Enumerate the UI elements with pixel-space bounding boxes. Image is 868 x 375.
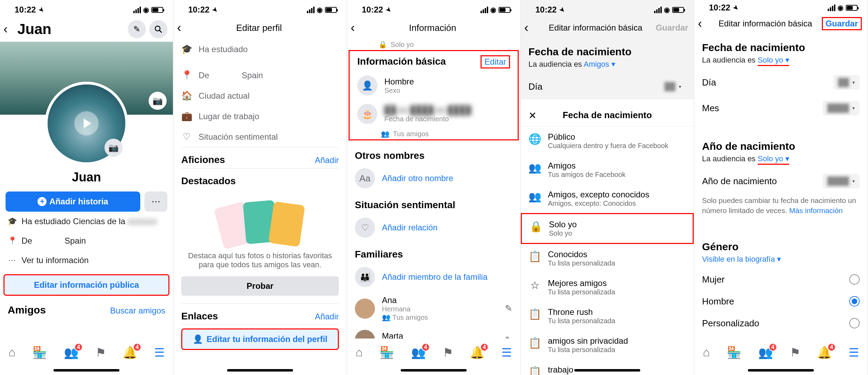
tab-groups[interactable]: 👥4 [758,345,773,359]
audience-option-globe[interactable]: 🌐 PúblicoCualquiera dentro y fuera de Fa… [521,127,694,155]
friends-icon: 👥 [381,130,390,138]
tab-home[interactable]: ⌂ [356,345,363,359]
try-button[interactable]: Probar [181,276,339,296]
search-icon-button[interactable] [149,20,167,38]
field-month[interactable]: Mes████▾ [694,95,867,121]
edit-profile-info-button[interactable]: 👤 Editar tu información del perfil [181,328,339,350]
back-button[interactable]: ‹ [3,23,15,35]
audience-option-friends-except[interactable]: 👥 Amigos, excepto conocidosAmigos, excep… [521,184,694,213]
find-friends-link[interactable]: Buscar amigos [110,306,165,316]
audience-option-list[interactable]: 📋 ConocidosTu lista personalizada [521,244,694,273]
row-city[interactable]: 🏠Ciudad actual [174,85,347,106]
edit-basic-info-link[interactable]: Editar [481,55,510,68]
gender-visible-bio[interactable]: Visible en la biografía ▾ [694,254,867,269]
status-icons: ◉ [133,6,163,14]
bday-note: Solo puedes cambiar tu fecha de nacimien… [694,194,867,221]
from-row: 📍 De Spain [0,231,173,251]
education-row: 🎓 Ha estudiado Ciencias de la xxxxxxx [0,212,173,231]
tab-menu[interactable]: ☰ [849,345,859,359]
add-hobbies-link[interactable]: Añadir [315,155,339,165]
page-title: Editar perfil [188,23,330,33]
audience-friends: 👥Tus amigos [350,128,518,139]
tab-groups[interactable]: 👥4 [411,345,426,359]
audience-option-list[interactable]: 📋 trabajoTu lista personalizada [521,359,694,375]
tab-marketplace[interactable]: 🏪 [379,345,394,359]
tab-home[interactable]: ⌂ [703,345,710,359]
audience-option-list[interactable]: 📋 Throne rushTu lista personalizada [521,302,694,331]
gender-custom[interactable]: Personalizado [694,312,867,334]
list-icon: 📋 [528,366,541,375]
gender-male[interactable]: Hombre [694,291,867,312]
gender-heading: Género [694,234,867,254]
profile-title: Juan [17,21,128,38]
add-other-name[interactable]: Aa Añadir otro nombre [347,164,520,193]
family-member-1: Ana Hermana 👥 Tus amigos ✎ [347,291,520,326]
save-button[interactable]: Guardar [822,17,862,30]
profile-avatar[interactable]: 📷 [45,82,128,165]
list-icon: 📋 [528,308,541,320]
row-from[interactable]: 📍De Spain [174,65,347,85]
tab-notifications[interactable]: 🔔4 [123,345,137,359]
byear-audience[interactable]: La audiencia es Solo yo ▾ [694,154,867,168]
status-time: 10:22 [15,5,36,15]
tab-pages[interactable]: ⚑ [95,345,106,359]
audience-option-lock[interactable]: 🔒 Solo yoSolo yo [521,213,694,244]
friends-except-icon: 👥 [528,190,541,203]
hearts-icon: ♡ [355,218,375,238]
location-pin-icon: 📍 [181,70,192,81]
tab-notifications[interactable]: 🔔4 [817,345,832,359]
list-icon: 📋 [528,250,541,262]
avatar-camera-button[interactable]: 📷 [105,139,123,157]
tab-marketplace[interactable]: 🏪 [32,345,47,359]
audience-option-list[interactable]: 📋 amigos sin privacidadTu lista personal… [521,331,694,359]
add-links-link[interactable]: Añadir [315,312,339,321]
grad-cap-icon: 🎓 [8,217,17,226]
tab-home[interactable]: ⌂ [8,345,16,359]
featured-illustration [174,193,347,248]
tab-marketplace[interactable]: 🏪 [727,345,741,359]
field-byear[interactable]: Año de nacimiento████▾ [694,168,867,194]
row-education[interactable]: 🎓Ha estudiado [174,39,347,59]
featured-text: Destaca aquí tus fotos o historias favor… [174,248,347,276]
audience-line[interactable]: La audiencia es Amigos ▾ [521,59,694,74]
more-info-link[interactable]: Más información [789,206,843,214]
ellipsis-icon: ⋯ [8,256,17,265]
more-button[interactable]: ⋯ [144,191,167,212]
location-icon: ➤ [36,5,47,15]
edit-icon-button[interactable]: ✎ [128,20,146,38]
add-relationship[interactable]: ♡ Añadir relación [347,213,520,242]
tab-pages[interactable]: ⚑ [790,345,800,359]
tab-groups[interactable]: 👥4 [64,345,78,359]
bday-audience[interactable]: La audiencia es Solo yo ▾ [694,55,867,70]
edit-family-1[interactable]: ✎ [505,303,512,314]
field-day[interactable]: Día ██▾ [521,74,694,99]
audience-option-star[interactable]: ☆ Mejores amigosTu lista personalizada [521,273,694,302]
row-work[interactable]: 💼Lugar de trabajo [174,106,347,127]
close-sheet-button[interactable]: ✕ [528,110,536,121]
back-button[interactable]: ‹ [524,22,535,34]
hobbies-heading: Aficiones [181,154,225,165]
field-day[interactable]: Día██▾ [694,70,867,95]
tab-pages[interactable]: ⚑ [443,345,453,359]
add-story-button[interactable]: + Añadir historia [6,191,140,212]
tab-notifications[interactable]: 🔔4 [470,345,484,359]
audience-option-friends[interactable]: 👥 AmigosTus amigos de Facebook [521,155,694,184]
back-button[interactable]: ‹ [698,17,709,30]
byear-heading: Año de nacimiento [694,133,867,154]
add-family-member[interactable]: 👪 Añadir miembro de la familia [347,263,520,291]
view-info-row[interactable]: ⋯ Ver tu información [0,251,173,270]
featured-heading: Destacados [181,176,236,187]
profile-name: Juan [0,170,173,185]
back-button[interactable]: ‹ [177,22,188,34]
grad-cap-icon: 🎓 [181,44,192,55]
gender-female[interactable]: Mujer [694,269,867,291]
home-indicator [53,369,119,372]
tab-menu[interactable]: ☰ [154,345,165,359]
tab-menu[interactable]: ☰ [501,345,512,359]
back-button[interactable]: ‹ [351,22,362,34]
row-relationship[interactable]: ♡Situación sentimental [174,127,347,147]
audience-only-me: 🔒Solo yo [347,39,520,50]
friends-icon: 👥 [528,162,541,174]
home-indicator [227,369,293,372]
edit-public-info-button[interactable]: Editar información pública [3,274,169,296]
